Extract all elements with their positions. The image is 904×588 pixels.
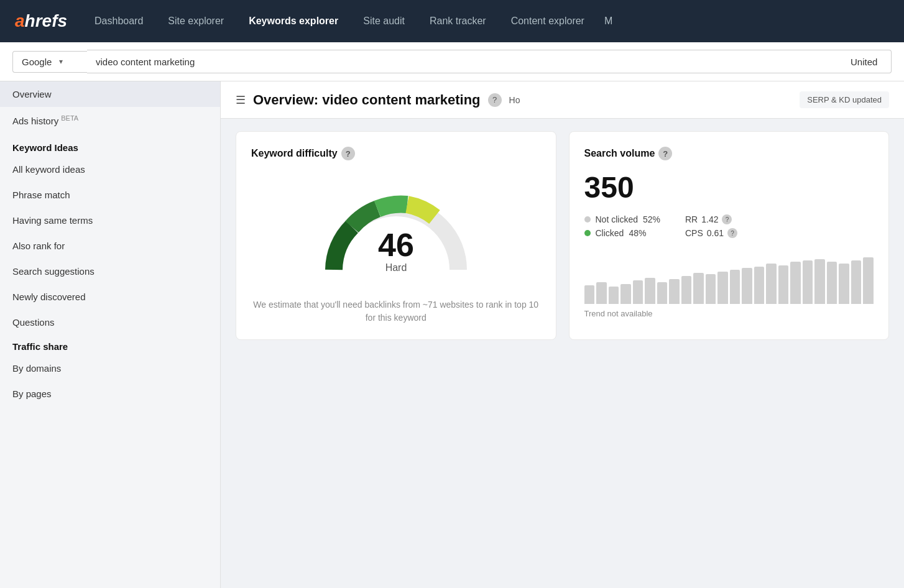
- keyword-difficulty-title: Keyword difficulty ?: [251, 147, 541, 160]
- page-title: Overview: video content marketing: [253, 92, 481, 108]
- nav-more[interactable]: M: [599, 11, 617, 32]
- bar-item: [633, 280, 643, 304]
- bar-item: [851, 260, 862, 304]
- hamburger-icon[interactable]: ☰: [236, 93, 246, 107]
- rr-cps-stats: RR 1.42 ? CPS 0.61 ?: [685, 214, 737, 242]
- search-engine-label: Google: [22, 57, 52, 67]
- bar-item: [778, 265, 789, 304]
- not-clicked-row: Not clicked 52%: [584, 214, 661, 224]
- sidebar-item-all-keyword-ideas[interactable]: All keyword ideas: [0, 157, 220, 182]
- bar-item: [693, 273, 704, 304]
- gauge-container: 46 Hard: [251, 170, 541, 288]
- bar-item: [790, 262, 801, 304]
- bar-item: [620, 284, 631, 304]
- search-country[interactable]: United: [842, 50, 892, 73]
- logo-hrefs: hrefs: [25, 11, 67, 31]
- search-volume-title: Search volume ?: [584, 147, 874, 160]
- bar-item: [863, 257, 874, 304]
- not-clicked-pct: 52%: [643, 214, 660, 224]
- clicked-row: Clicked 48%: [584, 228, 661, 238]
- bar-item: [645, 278, 655, 304]
- bar-item: [803, 260, 813, 304]
- logo[interactable]: ahrefs: [15, 11, 67, 31]
- sidebar-item-overview[interactable]: Overview: [0, 81, 220, 107]
- bar-item: [681, 276, 692, 304]
- sidebar-item-by-domains[interactable]: By domains: [0, 356, 220, 381]
- bar-item: [742, 268, 752, 304]
- sidebar: Overview Ads historyBETA Keyword Ideas A…: [0, 81, 221, 588]
- sidebar-item-having-same-terms[interactable]: Having same terms: [0, 208, 220, 233]
- bar-item: [730, 270, 740, 304]
- volume-stats: Not clicked 52% Clicked 48% RR 1.42: [584, 214, 874, 242]
- trend-label: Trend not available: [584, 309, 874, 318]
- nav-site-explorer[interactable]: Site explorer: [158, 11, 234, 32]
- search-volume-card: Search volume ? 350 Not clicked 52% Clic…: [569, 131, 890, 340]
- gauge-description: We estimate that you'll need backlinks f…: [251, 298, 541, 324]
- clicked-pct: 48%: [629, 228, 646, 238]
- sidebar-item-ads-history[interactable]: Ads historyBETA: [0, 107, 220, 134]
- content-area: ☰ Overview: video content marketing ? Ho…: [221, 81, 904, 588]
- sidebar-keyword-ideas-header: Keyword Ideas: [0, 134, 220, 157]
- cards-grid: Keyword difficulty ?: [221, 119, 904, 352]
- clicked-dot: [584, 230, 591, 236]
- sidebar-item-phrase-match[interactable]: Phrase match: [0, 182, 220, 208]
- search-bar: Google ▾ United: [0, 42, 904, 81]
- nav-rank-tracker[interactable]: Rank tracker: [420, 11, 496, 32]
- sv-help-icon[interactable]: ?: [658, 147, 672, 160]
- bar-item: [706, 274, 716, 304]
- page-header: ☰ Overview: video content marketing ? Ho…: [221, 81, 904, 119]
- nav-site-audit[interactable]: Site audit: [353, 11, 415, 32]
- sidebar-item-search-suggestions[interactable]: Search suggestions: [0, 259, 220, 284]
- nav-keywords-explorer[interactable]: Keywords explorer: [239, 11, 348, 32]
- rr-label: RR: [685, 214, 698, 224]
- rr-row: RR 1.42 ?: [685, 214, 737, 224]
- bar-item: [584, 285, 595, 304]
- bar-item: [717, 272, 728, 304]
- main-layout: Overview Ads historyBETA Keyword Ideas A…: [0, 81, 904, 588]
- serp-badge: SERP & KD updated: [800, 91, 889, 108]
- search-engine-select[interactable]: Google ▾: [12, 51, 87, 73]
- cps-help-icon[interactable]: ?: [727, 228, 737, 238]
- help-icon[interactable]: ?: [488, 93, 502, 107]
- sidebar-item-newly-discovered[interactable]: Newly discovered: [0, 284, 220, 310]
- rr-help-icon[interactable]: ?: [722, 214, 732, 224]
- bar-item: [766, 264, 777, 304]
- nav-dashboard[interactable]: Dashboard: [85, 11, 153, 32]
- bar-item: [609, 287, 619, 304]
- bar-item: [754, 267, 765, 304]
- clicked-label: Clicked: [596, 228, 624, 238]
- bar-item: [669, 279, 680, 304]
- sidebar-item-also-rank-for[interactable]: Also rank for: [0, 233, 220, 259]
- bar-item: [814, 259, 825, 304]
- nav-content-explorer[interactable]: Content explorer: [501, 11, 594, 32]
- trend-bar-chart: [584, 254, 874, 304]
- cps-row: CPS 0.61 ?: [685, 228, 737, 238]
- search-input[interactable]: [87, 50, 842, 73]
- top-navigation: ahrefs Dashboard Site explorer Keywords …: [0, 0, 904, 42]
- bar-item: [827, 262, 837, 304]
- rr-value: 1.42: [701, 214, 718, 224]
- bar-item: [839, 264, 849, 304]
- gauge-chart: 46 Hard: [315, 183, 477, 282]
- volume-number: 350: [584, 170, 874, 204]
- logo-a: a: [15, 11, 25, 31]
- bar-item: [657, 282, 668, 304]
- bar-item: [596, 282, 607, 304]
- click-stats: Not clicked 52% Clicked 48%: [584, 214, 661, 242]
- not-clicked-label: Not clicked: [596, 214, 638, 224]
- ho-text: Ho: [509, 95, 520, 105]
- chevron-down-icon: ▾: [59, 57, 63, 66]
- gauge-score: 46: [378, 227, 414, 263]
- gauge-difficulty-label: Hard: [385, 262, 407, 273]
- cps-value: 0.61: [707, 228, 724, 238]
- sidebar-traffic-share-header: Traffic share: [0, 335, 220, 356]
- beta-badge: BETA: [61, 114, 78, 122]
- cps-label: CPS: [685, 228, 703, 238]
- not-clicked-dot: [584, 216, 591, 223]
- sidebar-item-by-pages[interactable]: By pages: [0, 381, 220, 407]
- kd-help-icon[interactable]: ?: [341, 147, 355, 160]
- sidebar-item-questions[interactable]: Questions: [0, 310, 220, 335]
- keyword-difficulty-card: Keyword difficulty ?: [236, 131, 556, 340]
